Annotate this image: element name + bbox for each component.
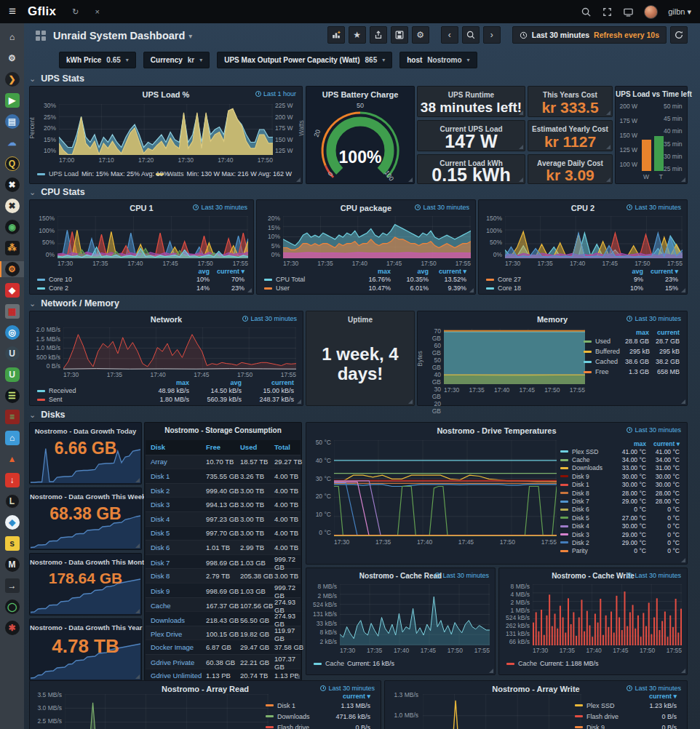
legend-header[interactable]: max <box>613 440 646 447</box>
sidebar-app-item[interactable]: ▶ <box>0 92 24 108</box>
series-name[interactable]: Disk 6 <box>572 506 613 513</box>
array-write-chart[interactable] <box>423 694 581 729</box>
series-color[interactable] <box>37 390 45 392</box>
battery-gauge[interactable]: 0 20 50 100 100% <box>309 100 411 184</box>
panel-time-range[interactable]: Last 30 minutes <box>627 315 681 322</box>
series-name[interactable]: Buffered <box>595 348 620 355</box>
panel-time-range[interactable]: Last 30 minutes <box>434 572 489 579</box>
table-header[interactable]: Disk <box>151 443 206 451</box>
section-network-memory[interactable]: ⌄Network / Memory <box>29 298 119 308</box>
legend-header[interactable]: avg <box>175 268 210 275</box>
disk-name[interactable]: Disk 2 <box>151 487 206 495</box>
bar-time[interactable] <box>654 136 664 171</box>
legend-header[interactable]: current ▾ <box>629 693 677 700</box>
panel-time-range[interactable]: Last 30 minutes <box>415 204 469 211</box>
panel-time-range[interactable]: Last 30 minutes <box>193 204 247 211</box>
series-name[interactable]: User <box>276 284 353 292</box>
series-color[interactable] <box>584 361 592 363</box>
series-color[interactable] <box>584 340 592 343</box>
series-name[interactable]: Plex SSD <box>572 448 613 455</box>
legend-header[interactable]: avg <box>189 379 242 386</box>
array-read-chart[interactable] <box>65 694 269 729</box>
legend-header[interactable]: current <box>649 329 680 336</box>
cache-write-chart[interactable] <box>533 584 682 645</box>
time-back-button[interactable]: ‹ <box>441 26 458 44</box>
table-header[interactable]: Used <box>240 443 274 451</box>
search-icon[interactable] <box>581 7 592 17</box>
time-forward-button[interactable]: › <box>483 26 501 44</box>
legend-cache-write[interactable]: CacheCurrent: 1.188 MB/s <box>506 660 599 667</box>
series-name[interactable]: Core 2 <box>49 284 175 292</box>
series-color[interactable] <box>486 287 494 290</box>
series-color[interactable] <box>560 533 568 535</box>
sidebar-app-item[interactable]: ⚙ <box>0 261 24 277</box>
close-view-icon[interactable]: × <box>95 7 100 16</box>
sidebar-app-item[interactable]: ▤ <box>0 113 24 130</box>
disk-name[interactable]: Downloads <box>151 616 206 624</box>
series-name[interactable]: Free <box>595 368 619 375</box>
series-name[interactable]: Cache <box>572 456 613 463</box>
series-color[interactable] <box>584 371 592 373</box>
sidebar-app-item[interactable]: ↓ <box>0 472 24 488</box>
sidebar-app-item[interactable]: ◯ <box>0 599 24 615</box>
series-color[interactable] <box>37 399 45 401</box>
series-color[interactable] <box>486 279 494 281</box>
series-color[interactable] <box>37 279 45 281</box>
sidebar-app-item[interactable]: ◉ <box>0 219 24 235</box>
sidebar-app-item[interactable]: ✖ <box>0 198 24 214</box>
disk-name[interactable]: Docker Image <box>151 643 206 651</box>
panel-time-range[interactable]: Last 30 minutes <box>627 572 681 579</box>
series-color[interactable] <box>560 484 568 486</box>
panel-time-range[interactable]: Last 30 minutes <box>320 685 375 692</box>
series-name[interactable]: Disk 9 <box>572 473 613 480</box>
disk-name[interactable]: Array <box>151 458 206 466</box>
sidebar-app-item[interactable]: Q <box>0 156 24 172</box>
legend-header[interactable]: current ▾ <box>429 268 466 275</box>
series-color[interactable] <box>560 475 568 477</box>
sidebar-app-item[interactable]: ≡ <box>0 409 24 425</box>
panel-time-range[interactable]: Last 30 minutes <box>627 685 681 692</box>
tv-mode-icon[interactable] <box>623 7 634 17</box>
series-name[interactable]: Disk 1 <box>572 481 613 488</box>
series-name[interactable]: Disk 1 <box>277 702 319 709</box>
series-name[interactable]: Cached <box>595 358 619 365</box>
sidebar-app-item[interactable]: ✖ <box>0 177 24 193</box>
disk-name[interactable]: Gdrive Unlimited <box>151 672 206 680</box>
series-color[interactable] <box>575 715 583 717</box>
section-ups-stats[interactable]: ⌄UPS Stats <box>29 73 84 84</box>
series-name[interactable]: Core 18 <box>498 284 608 292</box>
fullscreen-icon[interactable] <box>602 7 613 17</box>
series-name[interactable]: Disk 9 <box>586 724 629 729</box>
user-avatar[interactable] <box>644 5 658 19</box>
series-color[interactable] <box>266 715 274 717</box>
sidebar-app-item[interactable]: ⌂ <box>0 430 24 446</box>
sidebar-app-item[interactable]: ◆ <box>0 282 24 298</box>
section-disks[interactable]: ⌄Disks <box>29 410 65 420</box>
legend-header[interactable]: current ▾ <box>210 268 244 275</box>
legend-header[interactable]: avg <box>391 268 429 275</box>
cpu1-chart[interactable] <box>57 216 248 258</box>
series-name[interactable]: Disk 2 <box>572 539 613 546</box>
sidebar-app-item[interactable]: ◎ <box>0 324 24 340</box>
series-name[interactable]: CPU Total <box>276 276 353 283</box>
panel-title[interactable]: UPS Battery Charge <box>306 90 414 99</box>
add-panel-button[interactable] <box>327 26 345 44</box>
series-name[interactable]: Downloads <box>572 464 613 471</box>
variable-dropdown[interactable]: Currency kr ▾ <box>143 52 210 68</box>
series-color[interactable] <box>264 287 272 290</box>
legend-header[interactable]: avg <box>608 268 643 275</box>
sidebar-app-item[interactable]: ⁂ <box>0 240 24 256</box>
sidebar-app-item[interactable]: ✱ <box>0 620 24 636</box>
table-header[interactable]: Total <box>274 443 306 451</box>
disk-name[interactable]: Disk 4 <box>151 515 206 523</box>
network-chart[interactable] <box>63 327 296 370</box>
cycle-view-icon[interactable]: ↻ <box>72 7 79 17</box>
series-color[interactable] <box>266 704 274 706</box>
dashboard-grid-icon[interactable] <box>36 31 46 41</box>
disk-name[interactable]: Plex Drive <box>151 630 206 638</box>
series-color[interactable] <box>560 517 568 519</box>
ups-bar-chart[interactable] <box>642 105 664 171</box>
disk-name[interactable]: Cache <box>151 602 206 610</box>
disk-name[interactable]: Disk 8 <box>151 572 206 580</box>
share-button[interactable] <box>370 26 387 44</box>
